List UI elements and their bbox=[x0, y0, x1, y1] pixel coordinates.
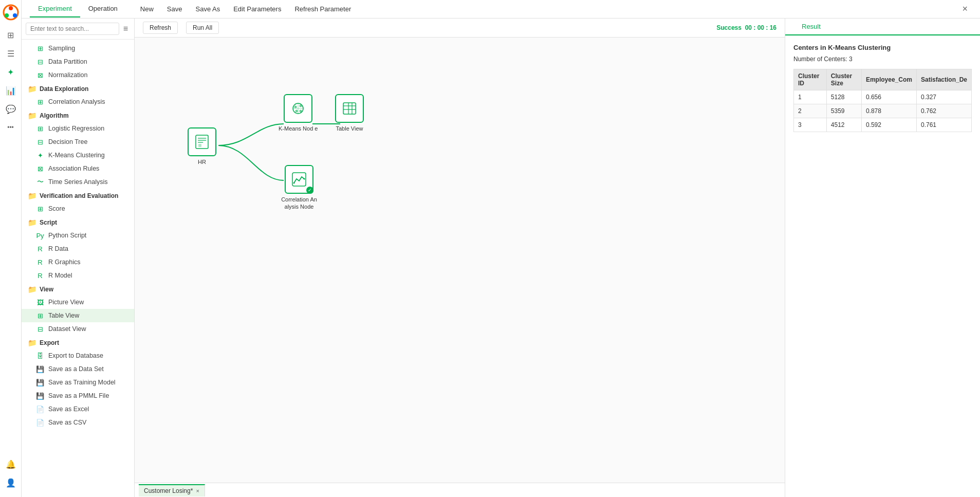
top-tab-bar: Experiment Operation New Save Save As Ed… bbox=[22, 0, 980, 19]
refresh-button[interactable]: Refresh bbox=[143, 22, 178, 34]
sidebar-item-r-data[interactable]: R R Data bbox=[22, 242, 134, 255]
hr-node-box bbox=[188, 127, 216, 156]
sidebar-item-save-pmml[interactable]: 💾 Save as a PMML File bbox=[22, 389, 134, 402]
sidebar-item-correlation-analysis[interactable]: ⊞ Correlation Analysis bbox=[22, 95, 134, 108]
export-db-icon: 🗄 bbox=[36, 352, 44, 360]
correlation-node-box: ✓ bbox=[285, 165, 313, 194]
export-group[interactable]: 📁 Export bbox=[22, 336, 134, 349]
close-button[interactable]: × bbox=[958, 2, 972, 16]
correlation-node[interactable]: ✓ Correlation An alysis Node bbox=[279, 165, 320, 211]
dataset-icon[interactable]: ☰ bbox=[3, 45, 19, 62]
svg-point-13 bbox=[300, 110, 302, 113]
save-as-action[interactable]: Save As bbox=[190, 3, 227, 15]
more-icon[interactable]: ••• bbox=[3, 119, 19, 136]
sidebar-menu-icon[interactable]: ≡ bbox=[121, 23, 130, 34]
app-logo bbox=[3, 4, 19, 21]
view-group[interactable]: 📁 View bbox=[22, 282, 134, 296]
run-all-button[interactable]: Run All bbox=[186, 22, 219, 34]
comment-icon[interactable]: 💬 bbox=[3, 101, 19, 117]
algorithm-group[interactable]: 📁 Algorithm bbox=[22, 108, 134, 122]
tableview-node-box bbox=[335, 94, 364, 123]
table-row: 253590.8780.762 bbox=[794, 104, 972, 118]
folder-icon-verification: 📁 bbox=[28, 192, 36, 200]
hr-node[interactable]: HR bbox=[188, 127, 216, 165]
sidebar-item-r-model[interactable]: R R Model bbox=[22, 269, 134, 282]
folder-icon: 📁 bbox=[28, 85, 36, 93]
folder-icon-algorithm: 📁 bbox=[28, 112, 36, 120]
sidebar-list: ⊞ Sampling ⊟ Data Partition ⊠ Normalizat… bbox=[22, 40, 134, 497]
picture-view-icon: 🖼 bbox=[36, 298, 44, 306]
col-header-cluster-size: Cluster Size bbox=[826, 69, 861, 90]
sidebar-item-decision-tree[interactable]: ⊟ Decision Tree bbox=[22, 135, 134, 149]
correlation-badge: ✓ bbox=[306, 187, 313, 194]
sidebar-item-dataset-view[interactable]: ⊟ Dataset View bbox=[22, 322, 134, 336]
chart-icon[interactable]: 📊 bbox=[3, 82, 19, 99]
svg-rect-16 bbox=[343, 103, 356, 114]
result-subtitle: Number of Centers: 3 bbox=[793, 56, 972, 63]
sidebar-item-time-series[interactable]: 〜 Time Series Analysis bbox=[22, 175, 134, 189]
sidebar-item-score[interactable]: ⊞ Score bbox=[22, 202, 134, 215]
data-partition-icon: ⊟ bbox=[36, 58, 44, 66]
sidebar-item-normalization[interactable]: ⊠ Normalization bbox=[22, 68, 134, 82]
workspace: Refresh Run All Success 00 : 00 : 16 bbox=[135, 19, 785, 497]
bottom-tab-bar: Customer Losing* × bbox=[135, 483, 785, 497]
home-icon[interactable]: ⊞ bbox=[3, 27, 19, 43]
r-model-icon: R bbox=[36, 271, 44, 280]
sidebar-item-save-csv[interactable]: 📄 Save as CSV bbox=[22, 416, 134, 429]
svg-point-22 bbox=[293, 182, 295, 184]
normalization-icon: ⊠ bbox=[36, 71, 44, 79]
close-tab-icon[interactable]: × bbox=[196, 488, 199, 494]
data-exploration-group[interactable]: 📁 Data Exploration bbox=[22, 82, 134, 95]
hr-node-label: HR bbox=[198, 158, 206, 165]
new-action[interactable]: New bbox=[134, 3, 160, 15]
correlation-icon: ⊞ bbox=[36, 98, 44, 106]
script-group[interactable]: 📁 Script bbox=[22, 215, 134, 229]
result-title: Centers in K-Means Clustering bbox=[793, 44, 972, 51]
sidebar-item-picture-view[interactable]: 🖼 Picture View bbox=[22, 296, 134, 309]
workspace-status: Success 00 : 00 : 16 bbox=[716, 24, 776, 31]
notification-icon[interactable]: 🔔 bbox=[3, 456, 19, 472]
sidebar-item-kmeans[interactable]: ✦ K-Means Clustering bbox=[22, 149, 134, 162]
customer-losing-tab[interactable]: Customer Losing* × bbox=[139, 484, 205, 496]
search-input[interactable] bbox=[26, 23, 119, 35]
sidebar-item-data-partition[interactable]: ⊟ Data Partition bbox=[22, 55, 134, 68]
result-panel: Result Centers in K-Means Clustering Num… bbox=[785, 19, 980, 497]
svg-rect-4 bbox=[196, 135, 208, 149]
sidebar-item-export-db[interactable]: 🗄 Export to Database bbox=[22, 349, 134, 362]
save-action[interactable]: Save bbox=[161, 3, 189, 15]
svg-rect-8 bbox=[198, 144, 201, 147]
kmeans-node[interactable]: K-Means Nod e bbox=[279, 94, 318, 132]
r-graphics-icon: R bbox=[36, 258, 44, 266]
sidebar-item-association-rules[interactable]: ⊠ Association Rules bbox=[22, 162, 134, 175]
result-tab[interactable]: Result bbox=[793, 19, 829, 35]
experiment-icon[interactable]: ✦ bbox=[3, 64, 19, 80]
verification-group[interactable]: 📁 Verification and Evaluation bbox=[22, 189, 134, 202]
sidebar-item-save-training[interactable]: 💾 Save as Training Model bbox=[22, 376, 134, 389]
svg-point-23 bbox=[304, 178, 305, 180]
kmeans-icon: ✦ bbox=[36, 151, 44, 159]
workspace-toolbar: Refresh Run All Success 00 : 00 : 16 bbox=[135, 19, 785, 38]
sidebar-item-logistic-regression[interactable]: ⊞ Logistic Regression bbox=[22, 122, 134, 135]
table-view-icon: ⊞ bbox=[36, 311, 44, 320]
correlation-node-label: Correlation An alysis Node bbox=[279, 196, 320, 211]
sidebar-item-sampling[interactable]: ⊞ Sampling bbox=[22, 42, 134, 55]
connector-lines bbox=[135, 38, 785, 497]
sidebar-item-table-view[interactable]: ⊞ Table View bbox=[22, 309, 134, 322]
edit-params-action[interactable]: Edit Parameters bbox=[227, 3, 287, 15]
sidebar-item-save-excel[interactable]: 📄 Save as Excel bbox=[22, 402, 134, 416]
refresh-param-action[interactable]: Refresh Parameter bbox=[288, 3, 357, 15]
sidebar-item-r-graphics[interactable]: R R Graphics bbox=[22, 255, 134, 269]
tableview-node[interactable]: Table View bbox=[335, 94, 364, 132]
tab-operation[interactable]: Operation bbox=[80, 1, 126, 17]
table-row: 151280.6560.327 bbox=[794, 90, 972, 104]
sidebar-item-python-script[interactable]: Py Python Script bbox=[22, 229, 134, 242]
dataset-view-icon: ⊟ bbox=[36, 325, 44, 333]
col-header-satisfaction: Satisfaction_De bbox=[916, 69, 971, 90]
tab-experiment[interactable]: Experiment bbox=[30, 1, 80, 17]
time-series-icon: 〜 bbox=[36, 178, 44, 186]
sidebar-item-save-dataset[interactable]: 💾 Save as a Data Set bbox=[22, 362, 134, 376]
sidebar: ≡ ⊞ Sampling ⊟ Data Partition ⊠ Normaliz… bbox=[22, 19, 135, 497]
workspace-canvas[interactable]: HR bbox=[135, 38, 785, 497]
user-icon[interactable]: 👤 bbox=[3, 474, 19, 491]
svg-point-11 bbox=[300, 105, 302, 107]
